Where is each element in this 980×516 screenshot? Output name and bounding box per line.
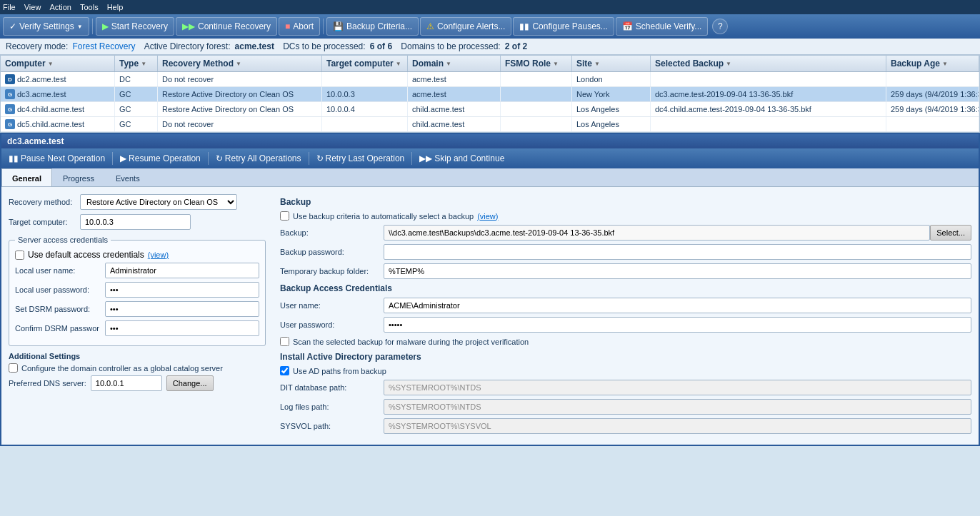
cell-method: Restore Active Directory on Clean OS — [158, 102, 322, 116]
table-row[interactable]: G dc5.child.acme.test GC Do not recover … — [1, 117, 979, 132]
tab-general[interactable]: General — [1, 168, 52, 186]
pause-next-op-button[interactable]: ▮▮ Pause Next Operation — [4, 152, 109, 165]
recovery-method-select[interactable]: Restore Active Directory on Clean OS — [80, 194, 237, 210]
help-icon: ? — [718, 21, 723, 31]
cell-target: 10.0.0.4 — [322, 102, 408, 116]
table-row[interactable]: G dc4.child.acme.test GC Restore Active … — [1, 102, 979, 117]
col-domain[interactable]: Domain ▼ — [408, 56, 501, 71]
use-backup-criteria-checkbox[interactable] — [280, 211, 289, 221]
menu-action[interactable]: Action — [49, 3, 71, 11]
abort-button[interactable]: ■ Abort — [279, 17, 320, 36]
menu-tools[interactable]: Tools — [80, 3, 99, 11]
sysvol-input[interactable] — [384, 418, 971, 434]
main-grid: Computer ▼ Type ▼ Recovery Method ▼ Targ… — [0, 55, 980, 133]
local-user-input[interactable] — [105, 263, 259, 278]
menu-file[interactable]: File — [3, 3, 16, 11]
sort-icon: ▼ — [553, 61, 559, 67]
resume-op-button[interactable]: ▶ Resume Operation — [116, 152, 205, 165]
recovery-mode-link[interactable]: Forest Recovery — [73, 41, 136, 51]
confirm-dsrm-label: Confirm DSRM passwor — [15, 324, 101, 333]
table-row[interactable]: G dc3.acme.test GC Restore Active Direct… — [1, 87, 979, 102]
cell-computer: G dc5.child.acme.test — [1, 117, 115, 131]
target-computer-label: Target computer: — [9, 218, 80, 226]
tab-progress[interactable]: Progress — [52, 170, 105, 186]
menu-view[interactable]: View — [24, 3, 41, 11]
ops-separator — [208, 152, 209, 165]
cell-type: GC — [115, 87, 158, 101]
schedule-verify-button[interactable]: 📅 Schedule Verify... — [616, 17, 709, 36]
scan-backup-checkbox[interactable] — [280, 337, 289, 346]
cell-backup — [651, 72, 886, 86]
cell-backup — [651, 117, 886, 131]
cell-target — [322, 72, 408, 86]
backup-password-input[interactable] — [384, 244, 971, 260]
col-backup[interactable]: Selected Backup ▼ — [651, 56, 886, 71]
left-panel: Recovery method: Restore Active Director… — [9, 194, 266, 437]
domains-value: 2 of 2 — [505, 41, 527, 51]
verify-settings-button[interactable]: ✓ Verify Settings ▼ — [3, 17, 89, 36]
dsrm-pass-input[interactable] — [105, 301, 259, 317]
col-recovery-method[interactable]: Recovery Method ▼ — [158, 56, 322, 71]
col-site[interactable]: Site ▼ — [572, 56, 651, 71]
menu-help[interactable]: Help — [107, 3, 124, 11]
use-default-label: Use default access credentials — [28, 250, 144, 260]
col-fsmo[interactable]: FSMO Role ▼ — [501, 56, 572, 71]
log-input[interactable] — [384, 399, 971, 415]
change-dns-button[interactable]: Change... — [166, 375, 214, 391]
play-icon: ▶ — [102, 21, 109, 31]
confirm-dsrm-input[interactable] — [105, 320, 259, 336]
use-default-row: Use default access credentials (view) — [15, 250, 259, 260]
col-computer[interactable]: Computer ▼ — [1, 56, 115, 71]
tab-events[interactable]: Events — [105, 170, 151, 186]
table-row[interactable]: D dc2.acme.test DC Do not recover acme.t… — [1, 72, 979, 87]
confirm-dsrm-row: Confirm DSRM passwor — [15, 320, 259, 336]
cell-target: 10.0.0.3 — [322, 87, 408, 101]
col-type[interactable]: Type ▼ — [115, 56, 158, 71]
backup-criteria-button[interactable]: 💾 Backup Criteria... — [326, 17, 419, 36]
username-row: User name: — [280, 298, 971, 313]
continue-recovery-button[interactable]: ▶▶ Continue Recovery — [176, 17, 277, 36]
sort-icon: ▼ — [942, 61, 948, 67]
backup-path-input[interactable] — [384, 225, 930, 241]
local-user-label: Local user name: — [15, 266, 101, 275]
backup-section-title: Backup — [280, 197, 971, 207]
username-input[interactable] — [384, 298, 971, 313]
backup-icon: 💾 — [333, 21, 344, 31]
scan-backup-label: Scan the selected backup for malware dur… — [293, 338, 529, 346]
detail-title-bar: dc3.acme.test — [1, 134, 979, 148]
local-pass-input[interactable] — [105, 282, 259, 298]
use-ad-paths-checkbox[interactable] — [280, 366, 289, 375]
col-target[interactable]: Target computer ▼ — [322, 56, 408, 71]
temp-folder-input[interactable] — [384, 263, 971, 279]
skip-continue-button[interactable]: ▶▶ Skip and Continue — [415, 152, 509, 165]
backup-access-title: Backup Access Credentials — [280, 283, 971, 293]
cell-fsmo — [501, 117, 572, 131]
retry-last-button[interactable]: ↻ Retry Last Operation — [312, 152, 409, 165]
configure-alerts-button[interactable]: ⚠ Configure Alerts... — [420, 17, 511, 36]
retry-all-button[interactable]: ↻ Retry All Operations — [211, 152, 306, 165]
help-button[interactable]: ? — [712, 19, 728, 34]
recovery-method-label: Recovery method: — [9, 198, 80, 206]
sort-icon: ▼ — [594, 61, 600, 67]
user-password-input[interactable] — [384, 317, 971, 333]
dcs-value: 6 of 6 — [370, 41, 392, 51]
col-age[interactable]: Backup Age ▼ — [886, 56, 979, 71]
cell-domain: child.acme.test — [408, 117, 501, 131]
cell-site: London — [572, 72, 651, 86]
view-credentials-link[interactable]: (view) — [148, 251, 169, 259]
view-backup-link[interactable]: (view) — [477, 212, 498, 221]
preferred-dns-label: Preferred DNS server: — [9, 379, 86, 388]
cell-fsmo — [501, 87, 572, 101]
use-default-checkbox[interactable] — [15, 251, 24, 260]
start-recovery-button[interactable]: ▶ Start Recovery — [96, 17, 174, 36]
cell-fsmo — [501, 72, 572, 86]
ops-separator — [309, 152, 309, 165]
preferred-dns-input[interactable] — [91, 375, 162, 391]
configure-gc-checkbox[interactable] — [9, 363, 18, 373]
target-computer-input[interactable] — [80, 214, 191, 230]
select-backup-button[interactable]: Select... — [930, 225, 971, 241]
cell-type: GC — [115, 117, 158, 131]
dit-input[interactable] — [384, 380, 971, 395]
configure-pauses-button[interactable]: ▮▮ Configure Pauses... — [513, 17, 614, 36]
recovery-mode-label: Recovery mode: — [6, 41, 68, 51]
